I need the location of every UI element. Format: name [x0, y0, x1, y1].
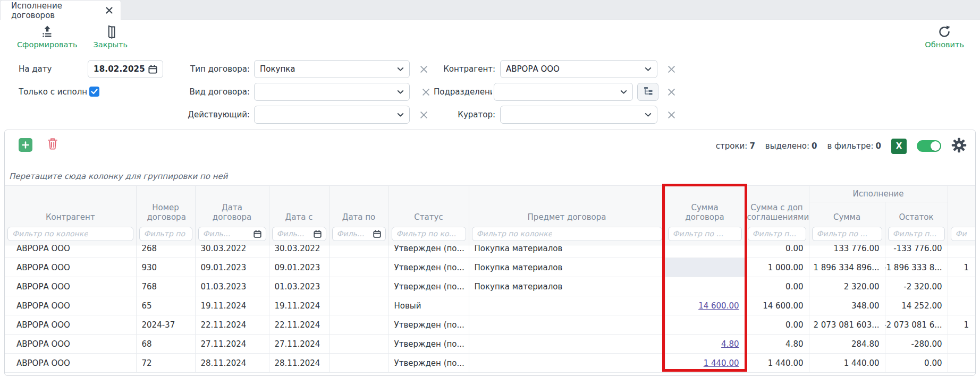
cell-counterparty[interactable]: АВРОРА ООО — [5, 258, 136, 277]
cell-contract-amount[interactable] — [665, 245, 745, 258]
column-header-execution-remainder[interactable]: Остаток — [885, 202, 948, 226]
cell-counterparty[interactable]: АВРОРА ООО — [5, 277, 136, 296]
cell-execution-remainder[interactable]: -2 073 081 6... — [885, 315, 948, 335]
cell-contract-date[interactable]: 28.11.2024 — [195, 354, 269, 373]
add-row-button[interactable] — [19, 138, 32, 152]
cell-execution-remainder[interactable]: -2 320.00 — [885, 277, 948, 296]
cell-contract-date[interactable]: 19.11.2024 — [195, 296, 269, 315]
table-row[interactable]: АВРОРА ООО 2024-37 22.11.2024 22.11.2024… — [5, 315, 975, 335]
column-header-contract-date[interactable]: Дата договора — [195, 186, 269, 226]
column-header-date-from[interactable]: Дата с — [269, 186, 329, 226]
cell-date-from[interactable]: 28.11.2024 — [269, 354, 329, 373]
cell-execution-amount[interactable]: 2 073 081 603... — [809, 315, 885, 335]
column-header-date-to[interactable]: Дата по — [329, 186, 388, 226]
cell-contract-amount[interactable]: 1 440.00 — [665, 354, 745, 373]
cell-execution-remainder[interactable]: -280.00 — [885, 335, 948, 354]
cell-number[interactable]: 268 — [136, 245, 195, 258]
cell-status[interactable]: Утвержден (по... — [388, 277, 469, 296]
cell-status[interactable]: Утвержден (по... — [388, 315, 469, 335]
on-date-input[interactable]: 18.02.2025 — [88, 60, 163, 78]
filter-input-execution-amount[interactable]: Фильтр по ... — [812, 227, 882, 241]
contract-type-select[interactable]: Покупка — [254, 60, 410, 78]
column-header-contract-amount[interactable]: Сумма договора — [665, 186, 745, 226]
close-tab-icon[interactable] — [105, 6, 113, 14]
export-excel-button[interactable]: X — [891, 139, 907, 154]
cell-execution-remainder[interactable]: -1 896 333 8... — [885, 258, 948, 277]
cell-contract-amount[interactable]: 4.80 — [665, 335, 745, 354]
cell-date-to[interactable] — [329, 315, 388, 335]
cell-status[interactable]: Утвержден (по... — [388, 354, 469, 373]
cell-counterparty[interactable]: АВРОРА ООО — [5, 335, 136, 354]
generate-button[interactable]: Сформировать — [17, 24, 77, 49]
settings-button[interactable] — [951, 138, 967, 155]
calendar-icon[interactable] — [314, 230, 322, 238]
cell-contract-amount[interactable] — [665, 277, 745, 296]
close-button[interactable]: Закрыть — [93, 24, 128, 49]
cell-contract-date[interactable]: 22.11.2024 — [195, 315, 269, 335]
column-header-counterparty[interactable]: Контрагент — [5, 186, 136, 226]
cell-date-from[interactable]: 27.11.2024 — [269, 335, 329, 354]
filter-input-amount-with-addendums[interactable]: Фильтр п... — [748, 227, 806, 241]
calendar-icon[interactable] — [254, 230, 261, 238]
cell-contract-amount-selected[interactable] — [665, 258, 745, 277]
cell-date-to[interactable] — [329, 335, 388, 354]
department-tree-button[interactable] — [637, 83, 658, 101]
cell-execution-amount[interactable]: 1 896 334 896... — [809, 258, 885, 277]
calendar-icon[interactable] — [148, 65, 157, 74]
column-header-contract-number[interactable]: Номер договора — [136, 186, 195, 226]
column-header-cutoff[interactable] — [948, 186, 975, 226]
cell-counterparty[interactable]: АВРОРА ООО — [5, 354, 136, 373]
clear-contract-kind-icon[interactable] — [420, 83, 432, 101]
filter-input-status[interactable]: Фильтр по ко... — [392, 227, 466, 241]
cell-execution-remainder[interactable]: -133 776.00 — [885, 245, 948, 258]
cell-counterparty[interactable]: АВРОРА ООО — [5, 296, 136, 315]
cell-date-from[interactable]: 01.03.2023 — [269, 277, 329, 296]
filter-input-date-to[interactable]: Филь... — [332, 227, 386, 241]
cell-date-from[interactable]: 19.11.2024 — [269, 296, 329, 315]
table-row[interactable]: АВРОРА ООО 268 30.03.2022 30.03.2022 Утв… — [5, 245, 975, 258]
cell-execution-amount[interactable]: 1 440.00 — [809, 354, 885, 373]
cell-date-to[interactable] — [329, 245, 388, 258]
counterparty-select[interactable]: АВРОРА ООО — [500, 60, 657, 78]
cell-subject[interactable]: Покупка материалов — [469, 245, 665, 258]
cell-date-to[interactable] — [329, 258, 388, 277]
cell-execution-amount[interactable]: 348.00 — [809, 296, 885, 315]
cell-date-from[interactable]: 22.11.2024 — [269, 315, 329, 335]
active-select[interactable] — [254, 106, 410, 124]
cell-cutoff[interactable] — [948, 354, 975, 373]
cell-status[interactable]: Утвержден (по... — [388, 258, 469, 277]
filter-toggle[interactable] — [917, 140, 941, 152]
table-row[interactable]: АВРОРА ООО 65 19.11.2024 19.11.2024 Новы… — [5, 296, 975, 315]
clear-department-icon[interactable] — [665, 83, 677, 101]
cell-execution-amount[interactable]: 284.80 — [809, 335, 885, 354]
only-with-execution-checkbox[interactable] — [89, 87, 99, 97]
cell-cutoff[interactable] — [948, 296, 975, 315]
clear-active-icon[interactable] — [418, 106, 429, 124]
cell-status[interactable]: Утвержден (по... — [388, 245, 469, 258]
table-row[interactable]: АВРОРА ООО 68 27.11.2024 27.11.2024 Утве… — [5, 335, 975, 354]
cell-counterparty[interactable]: АВРОРА ООО — [5, 315, 136, 335]
cell-subject[interactable] — [469, 354, 665, 373]
cell-amount-with-addendums[interactable]: 1 440.00 — [745, 354, 809, 373]
cell-status[interactable]: Новый — [388, 296, 469, 315]
cell-cutoff[interactable] — [948, 277, 975, 296]
table-row[interactable]: АВРОРА ООО 72 28.11.2024 28.11.2024 Утве… — [5, 354, 975, 373]
cell-date-to[interactable] — [329, 354, 388, 373]
cell-execution-remainder[interactable]: 0.00 — [885, 354, 948, 373]
cell-number[interactable]: 68 — [136, 335, 195, 354]
cell-amount-with-addendums[interactable]: 0.00 — [745, 315, 809, 335]
cell-date-to[interactable] — [329, 277, 388, 296]
amount-link[interactable]: 14 600.00 — [698, 301, 739, 311]
tab-contract-execution[interactable]: Исполнение договоров — [0, 0, 121, 20]
column-header-status[interactable]: Статус — [388, 186, 469, 226]
amount-link[interactable]: 1 440.00 — [704, 358, 739, 368]
filter-input-date-from[interactable]: Филь... — [272, 227, 326, 241]
cell-amount-with-addendums[interactable]: 0.00 — [745, 245, 809, 258]
cell-contract-date[interactable]: 01.03.2023 — [195, 277, 269, 296]
cell-cutoff[interactable] — [948, 335, 975, 354]
calendar-icon[interactable] — [373, 230, 381, 238]
cell-number[interactable]: 72 — [136, 354, 195, 373]
cell-execution-remainder[interactable]: 14 252.00 — [885, 296, 948, 315]
cell-number[interactable]: 768 — [136, 277, 195, 296]
cell-date-from[interactable]: 09.01.2023 — [269, 258, 329, 277]
